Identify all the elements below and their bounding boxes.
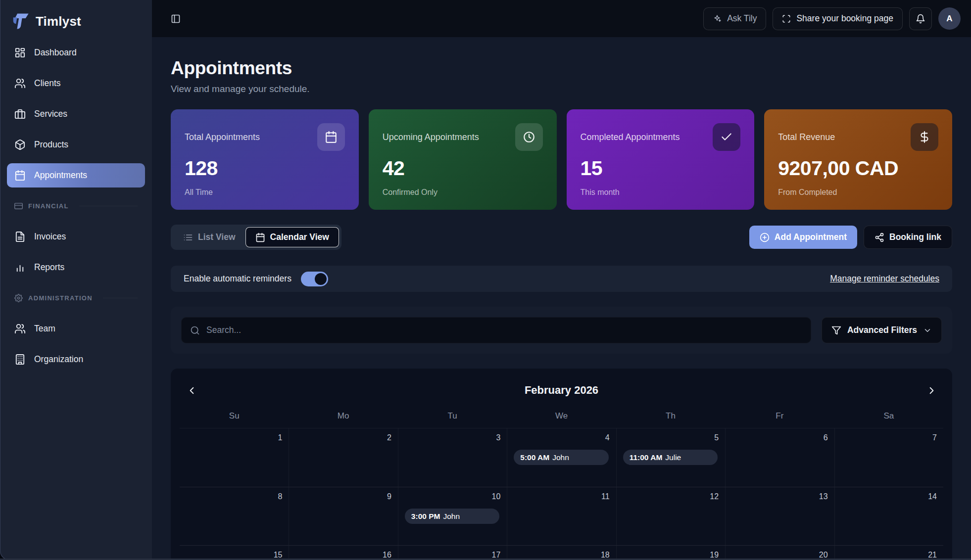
calendar-day-cell[interactable]: 5 11:00 AMJulie [616, 428, 725, 487]
calendar-month-label: February 2026 [525, 384, 598, 397]
sidebar-item-label: Appointments [34, 170, 87, 181]
brand-name: Timlyst [36, 14, 81, 29]
calendar-day-cell[interactable]: 16 [289, 546, 397, 560]
calendar-day-cell[interactable]: 4 5:00 AMJohn [507, 428, 616, 487]
chevron-right-icon [926, 385, 937, 396]
sidebar-item-label: Reports [34, 262, 64, 273]
calendar-day-cell[interactable]: 20 [725, 546, 834, 560]
sidebar-item-team[interactable]: Team [7, 317, 145, 341]
stat-caption: Confirmed Only [383, 188, 543, 197]
calendar-event[interactable]: 5:00 AMJohn [514, 450, 608, 465]
sidebar-item-appointments[interactable]: Appointments [7, 163, 145, 187]
briefcase-icon [14, 108, 26, 120]
calendar-icon [255, 233, 265, 242]
timlyst-logo-icon [11, 12, 30, 31]
users-icon [14, 78, 26, 89]
calendar-day-cell[interactable]: 7 [834, 428, 943, 487]
stat-label: Total Revenue [778, 132, 835, 142]
add-appointment-button[interactable]: Add Appointment [749, 226, 857, 249]
sidebar: Timlyst DashboardClientsServicesProducts… [0, 0, 152, 560]
reminders-toggle[interactable] [301, 272, 328, 286]
check-icon [713, 123, 740, 151]
day-number: 4 [604, 432, 611, 443]
prev-month-button[interactable] [182, 380, 201, 400]
stat-card-upcoming-appointments: Upcoming Appointments 42 Confirmed Only [369, 109, 557, 210]
calendar-day-cell[interactable]: 10 3:00 PMJohn [398, 487, 507, 545]
weekday-label: Tu [398, 411, 507, 421]
calendar-day-cell[interactable]: 17 [398, 546, 507, 560]
calendar-grid: 1 2 3 4 5:00 AMJohn 5 11:00 AMJulie 6 7 … [180, 428, 943, 560]
bell-icon [916, 14, 925, 24]
package-icon [14, 139, 26, 150]
page-subtitle: View and manage your schedule. [171, 84, 952, 94]
calendar-day-cell[interactable]: 13 [725, 487, 834, 545]
stat-value: 42 [383, 157, 543, 180]
action-buttons: Add Appointment Booking link [749, 226, 952, 249]
stat-caption: From Completed [778, 188, 938, 197]
calendar-day-cell[interactable]: 21 [834, 546, 943, 560]
sidebar-item-products[interactable]: Products [7, 133, 145, 157]
search-input[interactable] [181, 317, 811, 343]
stat-label: Total Appointments [185, 132, 260, 142]
day-number: 12 [708, 491, 720, 502]
calendar-view-tab[interactable]: Calendar View [245, 227, 339, 247]
sparkles-icon [713, 14, 722, 23]
sidebar-item-invoices[interactable]: Invoices [7, 225, 145, 249]
day-number: 9 [386, 491, 393, 502]
calendar-event[interactable]: 3:00 PMJohn [405, 509, 499, 524]
sidebar-item-dashboard[interactable]: Dashboard [7, 41, 145, 65]
calendar-week-row: 8 9 10 3:00 PMJohn 11 12 13 14 [180, 487, 943, 545]
search-panel: Advanced Filters [171, 307, 952, 354]
weekday-label: Fr [725, 411, 834, 421]
calendar-day-cell[interactable]: 19 [616, 546, 725, 560]
ask-tily-button[interactable]: Ask Tily [703, 7, 766, 30]
stat-caption: This month [581, 188, 741, 197]
file-text-icon [14, 231, 26, 242]
calendar-day-cell[interactable]: 6 [725, 428, 834, 487]
weekday-label: We [507, 411, 616, 421]
reminders-bar: Enable automatic reminders Manage remind… [171, 266, 952, 292]
calendar-day-cell[interactable]: 1 [180, 428, 289, 487]
manage-reminder-schedules-link[interactable]: Manage reminder schedules [830, 274, 939, 284]
calendar-day-cell[interactable]: 14 [834, 487, 943, 545]
advanced-filters-button[interactable]: Advanced Filters [822, 317, 942, 343]
stat-value: 15 [581, 157, 741, 180]
next-month-button[interactable] [922, 380, 941, 400]
booking-link-button[interactable]: Booking link [864, 226, 952, 249]
sidebar-section-financial: FINANCIAL [7, 194, 145, 218]
search-field[interactable] [205, 325, 802, 336]
sidebar-toggle-button[interactable] [171, 14, 181, 24]
section-divider [103, 298, 138, 298]
sidebar-item-label: Dashboard [34, 47, 77, 58]
calendar-day-cell[interactable]: 18 [507, 546, 616, 560]
calendar-day-cell[interactable]: 11 [507, 487, 616, 545]
calendar-day-cell[interactable]: 15 [180, 546, 289, 560]
stat-label: Upcoming Appointments [383, 132, 479, 142]
calendar-day-cell[interactable]: 3 [398, 428, 507, 487]
plus-circle-icon [760, 233, 770, 242]
sidebar-item-clients[interactable]: Clients [7, 71, 145, 95]
share-booking-page-button[interactable]: Share your booking page [773, 7, 903, 30]
weekday-label: Mo [289, 411, 397, 421]
calendar-panel: February 2026 SuMoTuWeThFrSa 1 2 3 4 5:0… [171, 369, 952, 560]
calendar-day-cell[interactable]: 12 [616, 487, 725, 545]
sidebar-item-organization[interactable]: Organization [7, 347, 145, 372]
reminders-label: Enable automatic reminders [184, 274, 291, 284]
day-number: 13 [818, 491, 829, 502]
list-view-tab[interactable]: List View [173, 227, 245, 247]
day-number: 1 [277, 432, 284, 443]
calendar-day-cell[interactable]: 9 [289, 487, 397, 545]
avatar[interactable]: A [938, 7, 961, 30]
stat-card-total-appointments: Total Appointments 128 All Time [171, 109, 359, 210]
brand: Timlyst [7, 7, 145, 33]
calendar-event[interactable]: 11:00 AMJulie [623, 450, 718, 465]
sidebar-item-label: Invoices [34, 232, 66, 242]
day-number: 6 [822, 432, 829, 443]
settings-icon [14, 294, 23, 302]
calendar-day-cell[interactable]: 2 [289, 428, 397, 487]
notifications-button[interactable] [909, 7, 932, 30]
topbar: Ask Tily Share your booking page A [152, 0, 971, 37]
sidebar-item-services[interactable]: Services [7, 102, 145, 126]
sidebar-item-reports[interactable]: Reports [7, 255, 145, 280]
calendar-day-cell[interactable]: 8 [180, 487, 289, 545]
